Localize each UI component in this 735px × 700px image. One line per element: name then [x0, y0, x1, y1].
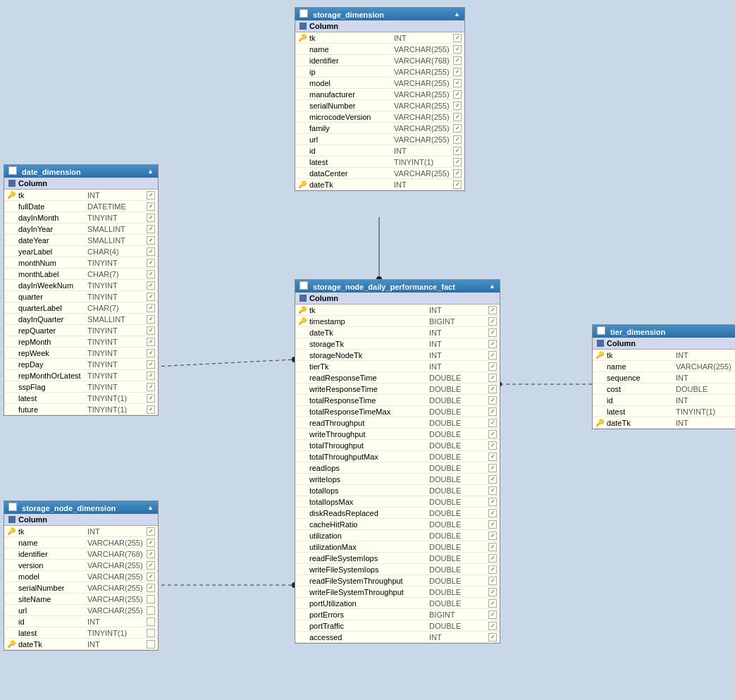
table-row: utilization DOUBLE ✓ — [295, 530, 500, 541]
table-row: serialNumber VARCHAR(255) ✓ — [4, 582, 158, 594]
date-dimension-table: date_dimension ▲ Column 🔑 tk INT ✓ fullD… — [4, 164, 159, 416]
table-row: repQuarter TINYINT ✓ — [4, 325, 158, 336]
table-row: name VARCHAR(255) ✓ — [593, 361, 735, 372]
table-row: monthLabel CHAR(7) ✓ — [4, 269, 158, 280]
table-row: manufacturer VARCHAR(255) ✓ — [295, 89, 464, 100]
table-row: 🔑 dateTk INT — [593, 417, 735, 429]
check-icon: ✓ — [453, 102, 462, 110]
col-icon — [299, 295, 307, 302]
table-icon — [299, 281, 308, 290]
table-row: 🔑 tk INT ✓ — [4, 526, 158, 537]
pk-icon: 🔑 — [298, 317, 308, 325]
table-row: microcodeVersion VARCHAR(255) ✓ — [295, 111, 464, 123]
table-row: readFileSystemIops DOUBLE ✓ — [295, 553, 500, 564]
tier-dimension-table: tier_dimension ▲ Column 🔑 tk INT ✓ name … — [592, 324, 735, 429]
table-row: sspFlag TINYINT ✓ — [4, 381, 158, 393]
table-row: ip VARCHAR(255) ✓ — [295, 66, 464, 78]
table-row: repMonthOrLatest TINYINT ✓ — [4, 370, 158, 381]
table-row: utilizationMax DOUBLE ✓ — [295, 541, 500, 553]
scroll-up-icon[interactable]: ▲ — [147, 504, 154, 511]
tier-dimension-title: tier_dimension — [610, 328, 665, 336]
table-row: serialNumber VARCHAR(255) ✓ — [295, 100, 464, 111]
table-row: repMonth TINYINT ✓ — [4, 336, 158, 348]
pk-icon: 🔑 — [595, 351, 605, 359]
table-row: url VARCHAR(255) — [4, 605, 158, 616]
storage-node-dimension-title: storage_node_dimension — [22, 504, 116, 512]
table-row: portTraffic DOUBLE ✓ — [295, 620, 500, 632]
table-row: dayInMonth TINYINT ✓ — [4, 212, 158, 223]
table-row: yearLabel CHAR(4) ✓ — [4, 246, 158, 257]
storage-node-dimension-table: storage_node_dimension ▲ Column 🔑 tk INT… — [4, 501, 159, 651]
check-icon: ✓ — [453, 79, 462, 87]
table-row: diskReadsReplaced DOUBLE ✓ — [295, 508, 500, 519]
fk-icon: 🔑 — [298, 180, 308, 188]
table-row: writeFileSystemThroughput DOUBLE ✓ — [295, 587, 500, 598]
table-row: siteName VARCHAR(255) — [4, 594, 158, 605]
check-icon: ✓ — [453, 113, 462, 121]
scroll-up-icon[interactable]: ▲ — [147, 168, 154, 175]
check-icon: ✓ — [453, 180, 462, 189]
table-row: dataCenter VARCHAR(255) ✓ — [295, 168, 464, 179]
table-row: portUtilization DOUBLE ✓ — [295, 598, 500, 609]
table-row: sequence INT ✓ — [593, 372, 735, 383]
table-row: monthNum TINYINT ✓ — [4, 257, 158, 269]
table-row: latest TINYINT(1) ✓ — [4, 393, 158, 404]
pk-icon: 🔑 — [7, 191, 17, 199]
check-icon: ✓ — [453, 45, 462, 54]
check-icon: ✓ — [453, 90, 462, 99]
table-row: id INT — [4, 616, 158, 627]
table-row: future TINYINT(1) ✓ — [4, 404, 158, 415]
table-row: name VARCHAR(255) ✓ — [4, 537, 158, 548]
table-icon — [8, 503, 17, 511]
table-row: accessed INT ✓ — [295, 632, 500, 643]
table-row: 🔑 timestamp BIGINT ✓ — [295, 316, 500, 327]
table-row: tierTk INT ✓ — [295, 361, 500, 372]
scroll-up-icon[interactable]: ▲ — [489, 283, 495, 290]
storage-node-dimension-header: storage_node_dimension ▲ — [4, 501, 158, 514]
table-row: family VARCHAR(255) ✓ — [295, 123, 464, 134]
table-row: 🔑 tk INT ✓ — [295, 305, 500, 316]
table-row: dayInYear SMALLINT ✓ — [4, 223, 158, 235]
table-row: 🔑 tk INT ✓ — [4, 190, 158, 201]
pk-icon: 🔑 — [298, 34, 308, 42]
fact-table-title: storage_node_daily_performance_fact — [313, 283, 455, 291]
table-row: readResponseTime DOUBLE ✓ — [295, 372, 500, 383]
table-row: 🔑 dateTk INT ✓ — [295, 179, 464, 190]
table-row: url VARCHAR(255) ✓ — [295, 134, 464, 145]
check-icon: ✓ — [453, 56, 462, 65]
table-row: readThroughput DOUBLE ✓ — [295, 417, 500, 429]
table-row: writeFileSystemIops DOUBLE ✓ — [295, 564, 500, 575]
table-row: totalThroughputMax DOUBLE ✓ — [295, 451, 500, 462]
table-icon — [8, 166, 17, 175]
table-row: repDay TINYINT ✓ — [4, 359, 158, 370]
table-row: latest TINYINT(1) — [4, 627, 158, 639]
table-row: 🔑 tk INT ✓ — [593, 350, 735, 361]
check-icon: ✓ — [453, 147, 462, 155]
check-icon: ✓ — [453, 68, 462, 76]
pk-icon: 🔑 — [298, 306, 308, 314]
date-dimension-title: date_dimension — [22, 168, 81, 176]
table-row: latest TINYINT(1) ✓ — [593, 406, 735, 417]
table-row: fullDate DATETIME ✓ — [4, 201, 158, 212]
table-row: 🔑 dateTk INT — [4, 639, 158, 650]
svg-line-2 — [155, 360, 295, 367]
table-row: totalIopsMax DOUBLE ✓ — [295, 496, 500, 508]
check-icon: ✓ — [453, 124, 462, 133]
table-row: writeResponseTime DOUBLE ✓ — [295, 383, 500, 395]
table-row: 🔑 tk INT ✓ — [295, 32, 464, 44]
scroll-up-icon[interactable]: ▲ — [454, 11, 460, 18]
tier-dimension-header: tier_dimension ▲ — [593, 325, 735, 338]
table-row: cost DOUBLE ✓ — [593, 383, 735, 395]
table-row: id INT ✓ — [295, 145, 464, 156]
table-row: readFileSystemThroughput DOUBLE ✓ — [295, 575, 500, 587]
table-row: writeIops DOUBLE ✓ — [295, 474, 500, 485]
table-row: storageNodeTk INT ✓ — [295, 350, 500, 361]
table-row: version VARCHAR(255) ✓ — [4, 560, 158, 571]
table-row: dateYear SMALLINT ✓ — [4, 235, 158, 246]
table-row: repWeek TINYINT ✓ — [4, 348, 158, 359]
table-row: totalResponseTime DOUBLE ✓ — [295, 395, 500, 406]
table-row: totalIops DOUBLE ✓ — [295, 485, 500, 496]
fk-icon: 🔑 — [595, 419, 605, 426]
storage-dimension-header: storage_dimension ▲ — [295, 8, 464, 20]
table-row: dayInQuarter SMALLINT ✓ — [4, 314, 158, 325]
